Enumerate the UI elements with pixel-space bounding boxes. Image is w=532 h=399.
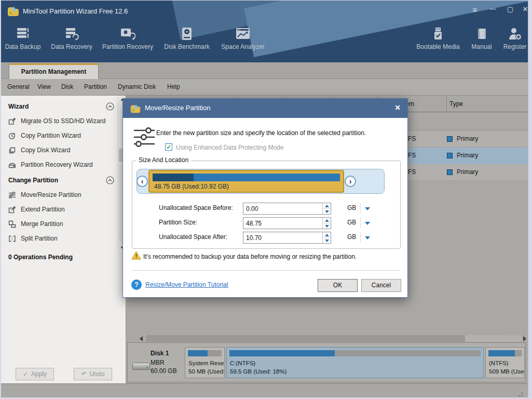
partition-slider-block[interactable]: 48.75 GB (Used:10.92 GB) bbox=[148, 170, 344, 193]
app-window: MiniTool Partition Wizard Free 12.6 ≡ — … bbox=[0, 0, 532, 399]
window-border bbox=[0, 0, 532, 1]
section-change-partition: Change Partition bbox=[8, 177, 58, 184]
cancel-button[interactable]: Cancel bbox=[361, 279, 401, 292]
dialog-close-icon[interactable]: ✕ bbox=[394, 103, 401, 112]
operations-pending-label: 0 Operations Pending bbox=[8, 254, 73, 261]
unit-label: GB bbox=[347, 219, 356, 226]
column-divider bbox=[446, 97, 447, 111]
partition-block-system-reserved[interactable]: System Reserved 50 MB (Used: bbox=[185, 347, 225, 378]
tab-partition-management[interactable]: Partition Management bbox=[9, 63, 99, 79]
section-wizard: Wizard bbox=[8, 103, 29, 110]
sidebar-item-copy-disk[interactable]: Copy Disk Wizard bbox=[0, 144, 117, 157]
horizontal-scrollbar[interactable] bbox=[126, 335, 528, 342]
apply-button[interactable]: ✓Apply bbox=[16, 368, 54, 380]
undo-button[interactable]: ↶Undo bbox=[74, 368, 112, 380]
banner: MiniTool Partition Wizard Free 12.6 ≡ — … bbox=[0, 0, 532, 62]
dialog-title: Move/Resize Partition bbox=[145, 104, 210, 112]
spin-up-icon[interactable] bbox=[323, 218, 331, 223]
partition-size-label: 48.75 GB (Used:10.92 GB) bbox=[154, 183, 229, 190]
field-label: Unallocated Space After: bbox=[159, 233, 227, 241]
collapse-section-icon[interactable] bbox=[106, 176, 114, 184]
spin-down-icon[interactable] bbox=[323, 223, 331, 229]
warning-text: It's recommended to backup your data bef… bbox=[143, 253, 357, 260]
menu-view[interactable]: View bbox=[37, 83, 51, 90]
sidebar-item-merge[interactable]: Merge Partition bbox=[0, 218, 117, 231]
scrollbar-track[interactable] bbox=[145, 335, 522, 342]
divider bbox=[132, 270, 401, 271]
unallocated-after-input[interactable]: 10.70 bbox=[243, 232, 331, 244]
sidebar-item-partition-recovery-wizard[interactable]: Partition Recovery Wizard bbox=[0, 158, 117, 172]
group-title: Size And Location bbox=[136, 156, 191, 164]
move-resize-dialog: Move/Resize Partition ✕ Enter the new pa… bbox=[122, 98, 408, 298]
usage-bar bbox=[188, 350, 222, 356]
space-analyzer-button[interactable]: Space Analyzer bbox=[218, 27, 268, 59]
manual-button[interactable]: Manual bbox=[467, 27, 496, 59]
partition-recovery-button[interactable]: Partition Recovery bbox=[100, 27, 155, 59]
partition-size-input[interactable]: 48.75 bbox=[243, 217, 331, 229]
partition-recovery-icon bbox=[120, 27, 135, 41]
ok-button[interactable]: OK bbox=[318, 279, 358, 292]
register-button[interactable]: Register bbox=[499, 27, 530, 59]
divider bbox=[360, 232, 361, 243]
copy-partition-icon bbox=[8, 132, 16, 140]
tab-strip: Partition Management bbox=[0, 62, 532, 79]
collapse-section-icon[interactable] bbox=[106, 102, 114, 111]
sidebar-item-move-resize[interactable]: Move/Resize Partition bbox=[0, 189, 117, 202]
sliders-icon bbox=[133, 127, 156, 148]
resize-grip[interactable] bbox=[521, 392, 523, 394]
hamburger-menu-icon[interactable]: ≡ bbox=[469, 5, 481, 17]
disk-benchmark-button[interactable]: Disk Benchmark bbox=[162, 27, 212, 59]
spin-up-icon[interactable] bbox=[323, 203, 331, 209]
unit-dropdown-icon[interactable] bbox=[365, 207, 370, 210]
data-backup-icon bbox=[16, 27, 30, 41]
unit-dropdown-icon[interactable] bbox=[365, 236, 370, 240]
window-border bbox=[0, 0, 1, 399]
menu-help[interactable]: Help bbox=[167, 83, 180, 90]
register-icon bbox=[508, 27, 522, 41]
menu-disk[interactable]: Disk bbox=[61, 83, 73, 90]
sidebar-item-split[interactable]: Split Partition bbox=[0, 232, 117, 246]
unallocated-before-input[interactable]: 0.00 bbox=[243, 203, 331, 215]
scroll-right-icon[interactable] bbox=[523, 336, 526, 341]
slider-right-handle[interactable]: › bbox=[345, 176, 356, 187]
column-type[interactable]: Type bbox=[449, 100, 463, 108]
undo-arrow-icon: ↶ bbox=[81, 370, 87, 378]
partition-block-ntfs[interactable]: (NTFS) 509 MB (Used: bbox=[485, 347, 525, 378]
partition-block-c[interactable]: C:(NTFS) 59.5 GB (Used: 18%) bbox=[226, 347, 484, 378]
disk-size: 60.00 GB bbox=[151, 367, 177, 375]
data-recovery-button[interactable]: Data Recovery bbox=[49, 27, 94, 59]
maximize-icon[interactable]: ▢ bbox=[504, 5, 516, 17]
window-border bbox=[528, 0, 532, 399]
minimize-icon[interactable]: — bbox=[487, 5, 499, 17]
bootable-media-button[interactable]: Bootable Media bbox=[414, 27, 462, 59]
menu-partition[interactable]: Partition bbox=[84, 83, 107, 90]
partition-usage-bar bbox=[153, 174, 340, 181]
tutorial-link[interactable]: Resize/Move Partition Tutorial bbox=[145, 281, 228, 288]
field-label: Unallocated Space Before: bbox=[159, 204, 233, 211]
enhanced-mode-label: Using Enhanced Data Protecting Mode bbox=[176, 144, 283, 151]
hard-drive-icon bbox=[132, 363, 150, 370]
spin-up-icon[interactable] bbox=[323, 232, 331, 238]
unit-label: GB bbox=[347, 204, 356, 211]
menu-dynamic-disk[interactable]: Dynamic Disk bbox=[118, 83, 156, 90]
spin-down-icon[interactable] bbox=[323, 238, 331, 244]
spinner bbox=[322, 232, 331, 243]
enhanced-mode-checkbox[interactable]: ✓ bbox=[165, 143, 172, 151]
help-icon[interactable]: ? bbox=[131, 280, 142, 290]
extend-partition-icon bbox=[8, 206, 16, 214]
scrollbar-thumb[interactable] bbox=[146, 335, 465, 342]
disk-benchmark-icon bbox=[181, 27, 193, 41]
slider-left-handle[interactable]: ‹ bbox=[137, 176, 148, 187]
warning-icon: ! bbox=[131, 251, 141, 260]
menu-general[interactable]: General bbox=[7, 83, 30, 90]
scroll-left-icon[interactable] bbox=[140, 336, 143, 341]
data-backup-button[interactable]: Data Backup bbox=[3, 27, 43, 59]
unit-dropdown-icon[interactable] bbox=[365, 222, 370, 225]
sidebar-item-migrate-os[interactable]: Migrate OS to SSD/HD Wizard bbox=[0, 115, 117, 128]
divider bbox=[360, 218, 361, 228]
sidebar-item-extend[interactable]: Extend Partition bbox=[0, 203, 117, 217]
sidebar-item-copy-partition[interactable]: Copy Partition Wizard bbox=[0, 129, 117, 143]
spin-down-icon[interactable] bbox=[323, 209, 331, 215]
copy-disk-icon bbox=[8, 147, 16, 154]
disk-partition-style: MBR bbox=[151, 359, 165, 366]
